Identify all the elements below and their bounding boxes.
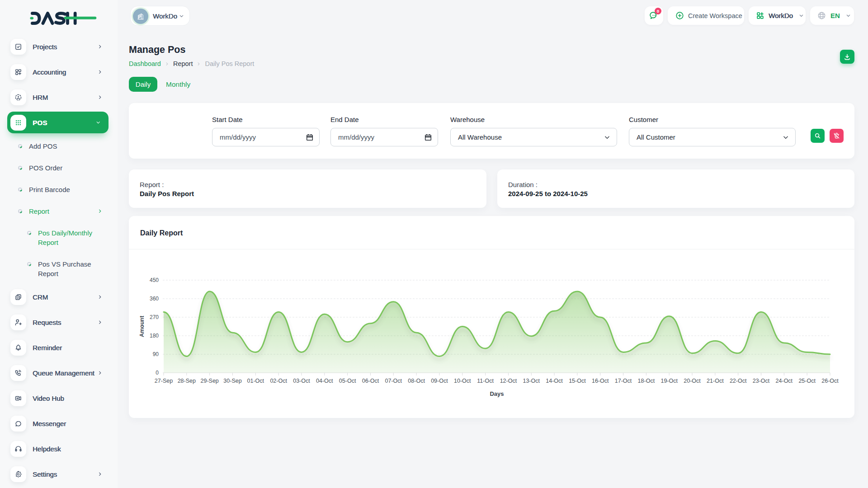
gear-icon (10, 466, 26, 482)
svg-text:27-Sep: 27-Sep (155, 378, 173, 384)
search-button[interactable] (811, 129, 825, 143)
svg-text:17-Oct: 17-Oct (615, 378, 632, 384)
sidebar-subitem-pos-daily-monthly-report[interactable]: Pos Daily/Monthly Report (0, 222, 118, 253)
breadcrumb-item[interactable]: Report (173, 60, 193, 67)
svg-text:180: 180 (150, 333, 159, 339)
sidebar-item-accounting[interactable]: Accounting (0, 59, 118, 84)
download-icon (844, 53, 851, 61)
topbar: WorkDo 0 C (118, 0, 868, 32)
customer-select[interactable]: All Customer (629, 128, 796, 146)
svg-text:Amount: Amount (139, 315, 145, 337)
grid-dots-icon (10, 115, 26, 131)
sidebar-item-settings[interactable]: Settings (0, 461, 118, 487)
sidebar-item-video-hub[interactable]: Video Hub (0, 385, 118, 411)
workspace-selector[interactable]: WorkDo (130, 6, 190, 26)
svg-text:09-Oct: 09-Oct (431, 378, 448, 384)
sidebar-subitem-label: Print Barcode (29, 185, 70, 194)
filter-card: Start Date End Date Warehouse All Wareho… (129, 103, 854, 159)
reset-filter-button[interactable] (830, 129, 844, 143)
bullet-icon (18, 166, 22, 170)
calendar-icon[interactable] (306, 133, 314, 141)
svg-text:21-Oct: 21-Oct (707, 378, 724, 384)
sidebar-item-helpdesk[interactable]: Helpdesk (0, 436, 118, 461)
warehouse-label: Warehouse (450, 116, 485, 123)
svg-text:04-Oct: 04-Oct (316, 378, 333, 384)
chevron-right-icon (98, 472, 103, 477)
trash-off-icon (833, 132, 840, 139)
language-label: EN (830, 12, 840, 19)
svg-text:20-Oct: 20-Oct (684, 378, 701, 384)
sidebar-subitem-label: Pos VS Purchase Report (38, 259, 99, 278)
workspace-switcher[interactable]: WorkDo (749, 6, 806, 25)
sidebar-subitem-pos-order[interactable]: POS Order (0, 157, 118, 178)
sidebar-item-pos[interactable]: POS (7, 112, 108, 133)
sidebar-item-messenger[interactable]: Messenger (0, 411, 118, 436)
checkbox-icon (10, 39, 26, 55)
sidebar-subitem-label: POS Order (29, 163, 62, 173)
sidebar-item-projects[interactable]: Projects (0, 34, 118, 59)
apps-icon (756, 11, 764, 20)
svg-text:Days: Days (490, 390, 504, 397)
sidebar-subitem-pos-vs-purchase-report[interactable]: Pos VS Purchase Report (0, 253, 118, 284)
svg-text:07-Oct: 07-Oct (385, 378, 402, 384)
svg-text:10-Oct: 10-Oct (454, 378, 471, 384)
breadcrumb-item[interactable]: Dashboard (129, 60, 161, 67)
svg-text:13-Oct: 13-Oct (523, 378, 540, 384)
report-value: Daily Pos Report (140, 190, 194, 197)
tab-daily[interactable]: Daily (129, 77, 157, 92)
chevron-down-icon (604, 134, 610, 141)
plus-circle-icon (675, 11, 684, 20)
sidebar-item-queue-management[interactable]: Queue Management (0, 360, 118, 385)
sidebar-item-label: HRM (33, 94, 48, 101)
message-icon (10, 416, 26, 432)
bullet-icon (18, 144, 22, 148)
bullet-icon (18, 209, 22, 213)
sidebar-subitem-print-barcode[interactable]: Print Barcode (0, 178, 118, 200)
sidebar-subitem-add-pos[interactable]: Add POS (0, 135, 118, 157)
svg-text:11-Oct: 11-Oct (477, 378, 494, 384)
chevron-right-icon (98, 95, 103, 100)
messages-button[interactable]: 0 (645, 6, 663, 25)
chevron-down-icon (179, 14, 184, 19)
svg-text:25-Oct: 25-Oct (798, 378, 816, 384)
chart-card-header: Daily Report (129, 216, 854, 249)
tab-monthly[interactable]: Monthly (165, 80, 191, 89)
sidebar-item-label: Reminder (33, 344, 62, 352)
download-button[interactable] (840, 50, 854, 64)
sidebar-item-label: CRM (33, 293, 48, 301)
start-date-input[interactable] (212, 128, 319, 146)
sidebar-subitem-report[interactable]: Report (0, 200, 118, 222)
bullet-icon (27, 262, 31, 266)
end-date-field (330, 128, 438, 146)
daily-report-area-chart[interactable]: 09018027036045027-Sep28-Sep29-Sep30-Sep0… (129, 249, 854, 418)
svg-text:23-Oct: 23-Oct (753, 378, 770, 384)
building-icon (136, 12, 145, 21)
warehouse-value: All Warehouse (458, 133, 502, 141)
end-date-input[interactable] (331, 128, 438, 146)
svg-text:19-Oct: 19-Oct (660, 378, 678, 384)
warehouse-select[interactable]: All Warehouse (450, 128, 617, 146)
user-scan-icon (10, 89, 26, 105)
chart-title: Daily Report (140, 229, 183, 237)
workspace-switcher-label: WorkDo (769, 12, 793, 19)
svg-text:28-Sep: 28-Sep (178, 378, 196, 384)
end-date-label: End Date (330, 116, 359, 123)
sidebar-item-requests[interactable]: Requests (0, 310, 118, 335)
sidebar-item-reminder[interactable]: Reminder (0, 335, 118, 360)
sidebar-item-hrm[interactable]: HRM (0, 84, 118, 110)
calendar-icon[interactable] (424, 133, 432, 141)
bullet-icon (27, 231, 31, 235)
customer-label: Customer (629, 116, 658, 123)
duration-value: 2024-09-25 to 2024-10-25 (508, 190, 588, 197)
create-workspace-button[interactable]: Create Workspace (668, 6, 744, 25)
dash-logo (30, 11, 97, 27)
workspace-name: WorkDo (153, 12, 177, 20)
start-date-field (212, 128, 320, 146)
svg-text:01-Oct: 01-Oct (247, 378, 264, 384)
sidebar-subitem-label: Report (29, 206, 49, 216)
duration-label: Duration : (508, 181, 538, 188)
breadcrumb: DashboardReportDaily Pos Report (129, 60, 254, 67)
language-selector[interactable]: EN (810, 6, 854, 25)
sidebar-item-crm[interactable]: CRM (0, 284, 118, 310)
chevron-right-icon (98, 320, 103, 325)
